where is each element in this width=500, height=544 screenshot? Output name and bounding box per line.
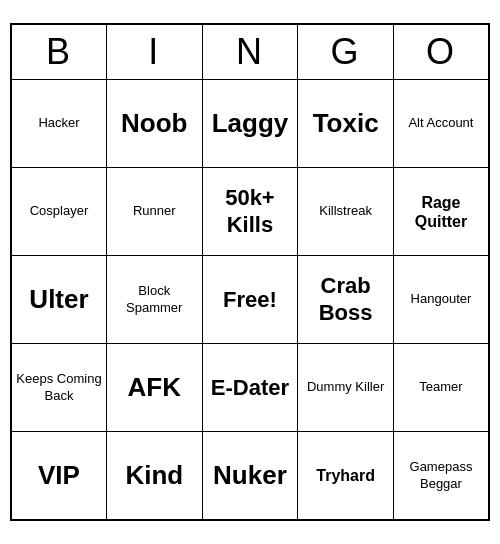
cell-3-1: AFK bbox=[106, 344, 202, 432]
cell-4-1: Kind bbox=[106, 432, 202, 520]
cell-2-4: Hangouter bbox=[393, 256, 489, 344]
cell-3-4: Teamer bbox=[393, 344, 489, 432]
cell-0-0: Hacker bbox=[11, 80, 106, 168]
cell-4-3: Tryhard bbox=[298, 432, 394, 520]
header-letter-G: G bbox=[298, 24, 394, 80]
cell-4-4: Gamepass Beggar bbox=[393, 432, 489, 520]
cell-0-1: Noob bbox=[106, 80, 202, 168]
header-letter-O: O bbox=[393, 24, 489, 80]
cell-2-3: Crab Boss bbox=[298, 256, 394, 344]
grid-row-4: VIPKindNukerTryhardGamepass Beggar bbox=[11, 432, 489, 520]
cell-1-0: Cosplayer bbox=[11, 168, 106, 256]
grid-row-3: Keeps Coming BackAFKE-DaterDummy KillerT… bbox=[11, 344, 489, 432]
cell-0-2: Laggy bbox=[202, 80, 298, 168]
cell-1-4: Rage Quitter bbox=[393, 168, 489, 256]
cell-0-4: Alt Account bbox=[393, 80, 489, 168]
cell-1-2: 50k+ Kills bbox=[202, 168, 298, 256]
cell-1-1: Runner bbox=[106, 168, 202, 256]
cell-2-1: Block Spammer bbox=[106, 256, 202, 344]
cell-2-0: Ulter bbox=[11, 256, 106, 344]
header-letter-B: B bbox=[11, 24, 106, 80]
grid-row-2: UlterBlock SpammerFree!Crab BossHangoute… bbox=[11, 256, 489, 344]
header-letter-I: I bbox=[106, 24, 202, 80]
grid-row-1: CosplayerRunner50k+ KillsKillstreakRage … bbox=[11, 168, 489, 256]
cell-3-3: Dummy Killer bbox=[298, 344, 394, 432]
cell-1-3: Killstreak bbox=[298, 168, 394, 256]
grid-row-0: HackerNoobLaggyToxicAlt Account bbox=[11, 80, 489, 168]
cell-3-0: Keeps Coming Back bbox=[11, 344, 106, 432]
cell-2-2: Free! bbox=[202, 256, 298, 344]
cell-3-2: E-Dater bbox=[202, 344, 298, 432]
header-letter-N: N bbox=[202, 24, 298, 80]
header-row: BINGO bbox=[11, 24, 489, 80]
cell-4-2: Nuker bbox=[202, 432, 298, 520]
cell-0-3: Toxic bbox=[298, 80, 394, 168]
bingo-grid: BINGO HackerNoobLaggyToxicAlt AccountCos… bbox=[10, 23, 490, 521]
cell-4-0: VIP bbox=[11, 432, 106, 520]
